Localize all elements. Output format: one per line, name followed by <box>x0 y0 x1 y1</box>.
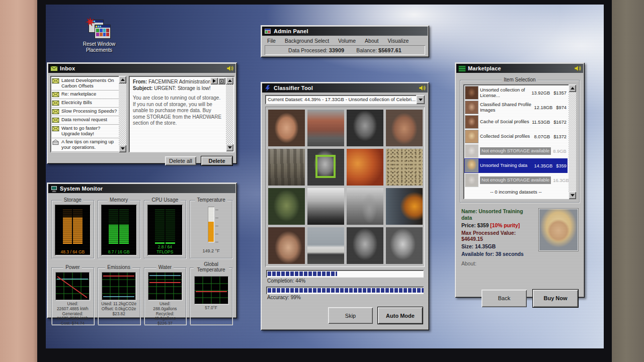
grid-image[interactable] <box>347 188 383 225</box>
classifier-speaker-icon[interactable] <box>419 85 426 91</box>
inbox-speaker-icon[interactable] <box>227 65 233 71</box>
power-readings: Used:22607.4885 kWh Generated:21575.7576… <box>57 302 89 326</box>
emissions-graph <box>102 273 135 300</box>
starburst-icon <box>86 17 95 26</box>
dataset-dropdown[interactable]: Current Dataset: 44.39% - 17.33GB - Unso… <box>265 95 425 104</box>
inbox-item[interactable]: Data removal request <box>51 116 119 125</box>
marketplace-item[interactable]: Collected Social profiles 8.07GB $1372 <box>464 129 568 144</box>
scroll-down-button[interactable] <box>119 145 126 152</box>
inbox-item[interactable]: Latest Developments On Carbon Offsets <box>51 77 119 90</box>
admin-menu-bar: File Background Select Volume About Visu… <box>262 37 428 45</box>
balance-value: $5697.61 <box>378 47 401 53</box>
face-detection-box <box>315 155 336 178</box>
dropdown-arrow-button[interactable] <box>416 95 425 104</box>
classifier-titlebar[interactable]: Classifier Tool <box>262 83 428 93</box>
marketplace-speaker-icon[interactable] <box>575 65 581 71</box>
grid-image[interactable] <box>268 149 305 186</box>
menu-volume[interactable]: Volume <box>338 38 356 44</box>
marketplace-item-disabled[interactable]: Not enough STORAGE available 16.3GB $611 <box>464 173 568 188</box>
completion-label: Completion: 44% <box>267 278 423 284</box>
data-processed-value: 33909 <box>329 47 345 53</box>
temperature-gauge: Temperature 149.2 °F <box>190 200 232 258</box>
admin-panel-title: Admin Panel <box>274 28 426 34</box>
marketplace-item-selected[interactable]: Unsorted Training data 14.35GB $359 <box>464 158 568 173</box>
inbox-list-scrollbar[interactable] <box>119 76 126 152</box>
scroll-down-button[interactable] <box>569 192 576 199</box>
scroll-up-button[interactable] <box>119 76 126 83</box>
grid-image[interactable] <box>268 188 305 225</box>
unread-envelope-icon <box>52 100 59 106</box>
grid-image[interactable] <box>347 110 383 146</box>
detail-max-value: Max Processed Value: $4649.15 <box>461 230 535 243</box>
system-monitor-window: System Monitor Storage 48.3 / 64 GB Memo… <box>47 183 237 318</box>
power-graph <box>56 273 89 300</box>
marketplace-item[interactable]: Classified Shared Profile Images 12.18GB… <box>464 100 568 115</box>
grid-image[interactable] <box>307 188 344 225</box>
system-monitor-titlebar[interactable]: System Monitor <box>48 184 235 193</box>
item-thumbnail <box>465 101 478 114</box>
memory-value: 8.7 / 16 GB <box>101 250 137 254</box>
delete-button[interactable]: Delete <box>201 156 232 165</box>
desktop-icon-reset-windows[interactable]: Reset Window Placements <box>76 20 122 53</box>
play-message-button[interactable] <box>210 77 218 84</box>
grid-image[interactable] <box>268 227 305 264</box>
grid-image[interactable] <box>307 110 344 146</box>
inbox-titlebar[interactable]: Inbox <box>48 64 235 73</box>
marketplace-titlebar[interactable]: Marketplace <box>456 64 583 73</box>
inbox-message-pane: From: FACEMINER Administration Subject: … <box>129 76 234 152</box>
grid-image[interactable] <box>386 188 423 225</box>
marketplace-item[interactable]: Cache of Social profiles 11.53GB $1672 <box>464 115 568 129</box>
buy-now-button[interactable]: Buy Now <box>533 290 578 307</box>
detail-size: Size: 14.35GB <box>461 244 535 250</box>
admin-status-bar: Data Processed: 33909 Balance: $5697.61 <box>265 45 425 55</box>
detail-availability: Available for: 38 seconds <box>461 251 535 258</box>
menu-file[interactable]: File <box>267 38 276 44</box>
delete-all-button[interactable]: Delete all <box>165 156 196 165</box>
grid-image[interactable] <box>386 110 423 146</box>
classification-image-grid <box>265 107 425 267</box>
popout-message-button[interactable] <box>218 77 225 84</box>
inbox-item[interactable]: Re: marketplace <box>51 90 119 99</box>
marketplace-item[interactable]: Unsorted collection of License... 13.92G… <box>464 85 568 100</box>
global-temperature-value: 57.0°F <box>205 306 217 311</box>
inbox-title: Inbox <box>60 65 225 71</box>
menu-visualize[interactable]: Visualize <box>388 38 409 44</box>
menu-about[interactable]: About <box>365 38 378 44</box>
marketplace-scrollbar[interactable] <box>569 84 576 199</box>
dataset-dropdown-value: Current Dataset: 44.39% - 17.33GB - Unso… <box>265 95 416 104</box>
skip-button[interactable]: Skip <box>328 307 373 324</box>
inbox-item[interactable]: Want to go faster? Upgrade today! <box>51 125 119 138</box>
grid-image[interactable] <box>347 149 383 186</box>
grid-image[interactable] <box>307 227 344 264</box>
auto-mode-button[interactable]: Auto Mode <box>378 307 423 324</box>
admin-panel-titlebar[interactable]: Admin Panel <box>262 27 428 36</box>
grid-image[interactable] <box>268 110 305 146</box>
inbox-item[interactable]: Slow Processing Speeds? <box>51 108 119 116</box>
unread-envelope-icon <box>52 117 59 123</box>
menu-background-select[interactable]: Background Select <box>285 38 329 44</box>
grid-image[interactable] <box>386 227 423 264</box>
inbox-item[interactable]: A few tips on ramping up your operations… <box>51 138 119 152</box>
inbox-item[interactable]: Congratulations on purchasing your first… <box>51 152 119 152</box>
popout-icon <box>219 79 224 83</box>
marketplace-item-disabled[interactable]: Not enough STORAGE available 8.9GB $1040 <box>464 144 568 158</box>
scroll-up-button[interactable] <box>569 84 576 92</box>
marketplace-window: Marketplace Item Selection Unsorted coll… <box>455 62 585 298</box>
classifier-lightning-icon <box>264 85 272 92</box>
grid-image[interactable] <box>347 227 383 264</box>
data-processed-label: Data Processed: <box>288 47 328 53</box>
accuracy-progress-bar <box>266 287 424 294</box>
inbox-item[interactable]: Electricity Bills <box>51 99 119 108</box>
temperature-value: 149.2 °F <box>193 248 229 253</box>
accuracy-label: Accuracy: 99% <box>267 295 423 300</box>
back-button[interactable]: Back <box>481 290 527 307</box>
scroll-up-button[interactable] <box>226 77 233 84</box>
global-temperature-meter: Global Temperature 57.0°F <box>190 267 232 325</box>
power-meter: Power Used:22607.4885 kWh Generated:2157… <box>51 267 94 325</box>
message-scrollbar[interactable] <box>226 77 233 151</box>
scroll-down-button[interactable] <box>226 144 233 151</box>
cpu-gauge: CPU Usage 2.8 / 64TFLOPS <box>144 200 187 258</box>
grid-image-selected[interactable] <box>307 149 344 186</box>
marketplace-icon <box>458 65 466 72</box>
grid-image[interactable] <box>386 149 423 186</box>
